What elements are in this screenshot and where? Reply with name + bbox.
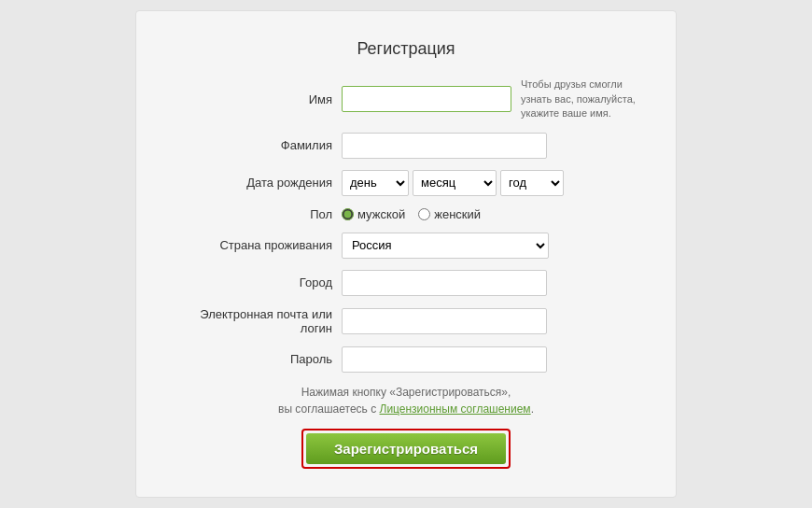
last-name-input[interactable] xyxy=(342,133,547,159)
email-input[interactable] xyxy=(342,308,547,334)
email-label: Электронная почта или логин xyxy=(174,307,342,335)
registration-form: Регистрация Имя Чтобы друзья смогли узна… xyxy=(135,10,677,497)
license-agreement-link[interactable]: Лицензионным соглашением xyxy=(380,402,531,416)
first-name-label: Имя xyxy=(174,92,342,106)
register-button[interactable]: Зарегистрироваться xyxy=(306,433,506,464)
dob-label: Дата рождения xyxy=(174,176,342,190)
dob-container: день 12345 678910 1112131415 1617181920 … xyxy=(342,170,564,196)
dob-year-select[interactable]: год 2024202320102000 1995199019851980 19… xyxy=(500,170,564,196)
city-row: Город xyxy=(174,270,638,296)
password-input[interactable] xyxy=(342,346,547,373)
register-btn-wrapper: Зарегистрироваться xyxy=(174,429,638,469)
gender-male-label: мужской xyxy=(357,207,405,221)
city-input[interactable] xyxy=(342,270,547,296)
gender-female-radio[interactable] xyxy=(418,208,430,220)
gender-female-option[interactable]: женский xyxy=(418,207,481,221)
gender-label: Пол xyxy=(174,207,342,221)
last-name-row: Фамилия xyxy=(174,133,638,159)
dob-row: Дата рождения день 12345 678910 11121314… xyxy=(174,170,638,196)
legal-line2: вы соглашаетесь с xyxy=(278,402,376,416)
dob-month-select[interactable]: месяц январьфевральмартапрель майиюньиюл… xyxy=(413,170,497,196)
legal-period: . xyxy=(531,402,534,416)
first-name-input[interactable] xyxy=(342,86,511,112)
first-name-hint: Чтобы друзья смогли узнать вас, пожалуйс… xyxy=(521,78,638,120)
password-label: Пароль xyxy=(174,352,342,366)
legal-line1: Нажимая кнопку «Зарегистрироваться», xyxy=(301,386,511,399)
gender-male-option[interactable]: мужской xyxy=(342,207,405,221)
gender-row: Пол мужской женский xyxy=(174,207,638,221)
email-row: Электронная почта или логин xyxy=(174,307,638,335)
legal-text: Нажимая кнопку «Зарегистрироваться», вы … xyxy=(174,384,638,417)
form-actions: Нажимая кнопку «Зарегистрироваться», вы … xyxy=(174,384,638,469)
form-title: Регистрация xyxy=(174,39,638,59)
gender-female-label: женский xyxy=(434,207,481,221)
country-select[interactable]: Россия Украина Беларусь Казахстан США Ге… xyxy=(342,233,549,259)
gender-male-radio[interactable] xyxy=(342,208,354,220)
country-label: Страна проживания xyxy=(174,238,342,252)
last-name-label: Фамилия xyxy=(174,138,342,152)
register-btn-outer: Зарегистрироваться xyxy=(301,429,511,469)
country-row: Страна проживания Россия Украина Беларус… xyxy=(174,233,638,259)
city-label: Город xyxy=(174,275,342,289)
password-row: Пароль xyxy=(174,346,638,373)
dob-day-select[interactable]: день 12345 678910 1112131415 1617181920 … xyxy=(342,170,409,196)
first-name-row: Имя Чтобы друзья смогли узнать вас, пожа… xyxy=(174,78,638,120)
gender-container: мужской женский xyxy=(342,207,481,221)
